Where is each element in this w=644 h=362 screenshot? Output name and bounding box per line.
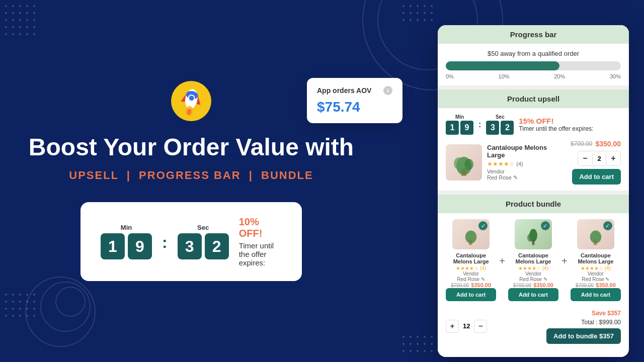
progress-bar-fill (446, 61, 559, 70)
bundle-plus-2: + (561, 255, 568, 267)
bundle-qty-row: + 12 − (446, 320, 487, 333)
svg-point-13 (465, 230, 476, 243)
svg-point-11 (464, 159, 473, 170)
bundle-price-orig-1: $700.00 (451, 283, 469, 288)
bundle-item-2: ✓ Cantaloupe Melons Large ★★★★☆ (4) Vend… (508, 219, 558, 303)
add-to-bundle-button[interactable]: Add to bundle $357 (546, 328, 621, 344)
upsell-sec-label: Sec (496, 114, 505, 120)
upsell-colon: : (478, 120, 481, 129)
progress-label-20: 20% (554, 73, 565, 79)
bundle-thumb-2: ✓ (515, 219, 552, 249)
aov-title: App orders AOV (317, 86, 371, 95)
subtitle-upsell: UPSELL (69, 169, 118, 182)
bundle-thumb-1: ✓ (452, 219, 490, 249)
quantity-control: − 2 + (578, 151, 621, 166)
bundle-product-name-2: Cantaloupe Melons Large (508, 252, 558, 264)
right-panel: Progress bar $50 away from a qualified o… (438, 25, 629, 357)
progress-label-0: 0% (446, 73, 454, 79)
main-title: Boost Your Order Value with (29, 133, 354, 161)
bundle-stars-3: ★★★★☆ (4) (581, 265, 611, 271)
upsell-section: Min 1 9 : Sec 3 2 15% OFF! Timer until t… (438, 108, 629, 191)
svg-point-10 (454, 157, 464, 169)
bundle-price-orig-3: $700.00 (576, 283, 594, 288)
star-count: (4) (516, 161, 523, 167)
bundle-vendor-name-1: Red Rose ✎ (457, 277, 485, 282)
upsell-min-group: Min 1 9 (446, 114, 473, 135)
sec-group: Sec 3 2 (178, 224, 229, 259)
subtitle: UPSELL | PROGRESS BAR | BUNDLE (69, 169, 313, 182)
add-to-cart-button[interactable]: Add to cart (572, 169, 621, 185)
bundle-price-row-2: $700.00 $350.00 (513, 282, 553, 288)
bundle-plus-1: + (499, 255, 505, 267)
upsell-sec-2: 2 (501, 121, 514, 135)
bundle-products: ✓ Cantaloupe Melons Large ★★★★☆ (4) Vend… (446, 219, 621, 303)
left-timer-card: Min 1 9 : Sec 3 2 10% OFF! Timer until t… (80, 202, 302, 281)
bundle-vendor-label-1: Vendor (463, 271, 479, 277)
svg-point-16 (527, 234, 534, 242)
bundle-check-1: ✓ (478, 221, 488, 230)
upsell-discount-info: 15% OFF! Timer until the offer expires: (519, 117, 593, 132)
aov-card: App orders AOV i $75.74 (307, 78, 403, 123)
bundle-stars-1: ★★★★☆ (4) (456, 265, 486, 271)
product-thumbnail (446, 144, 482, 180)
bundle-price-orig-2: $700.00 (513, 283, 531, 288)
bundle-qty-increase-button[interactable]: + (446, 320, 459, 333)
bundle-item-3: ✓ Cantaloupe Melons Large ★★★★☆ (4) Vend… (571, 219, 621, 303)
info-icon[interactable]: i (383, 86, 392, 95)
upsell-min-2: 9 (460, 121, 473, 135)
min-digits: 1 9 (101, 233, 152, 259)
product-stars: ★★★★☆ (4) (487, 160, 566, 167)
sec-digits: 3 2 (178, 233, 229, 259)
upsell-min-label: Min (455, 114, 464, 120)
bundle-save-text: Save $357 (592, 310, 621, 317)
aov-value: $75.74 (317, 99, 392, 115)
bundle-add-btn-3[interactable]: Add to cart (571, 288, 621, 301)
qty-decrease-button[interactable]: − (578, 151, 592, 165)
bundle-vendor-label-2: Vendor (525, 271, 541, 277)
qty-value: 2 (592, 153, 606, 164)
vendor-name: Red Rose ✎ (487, 174, 566, 181)
min-label: Min (121, 224, 132, 231)
aov-header: App orders AOV i (317, 86, 392, 95)
bundle-item-1: ✓ Cantaloupe Melons Large ★★★★☆ (4) Vend… (446, 219, 496, 303)
bundle-vendor-name-3: Red Rose ✎ (582, 277, 609, 282)
upsell-sec-1: 3 (486, 121, 499, 135)
subtitle-bundle: BUNDLE (261, 169, 313, 182)
sec-digit-2: 2 (205, 233, 229, 259)
progress-bar-header: Progress bar (438, 25, 629, 44)
qty-increase-button[interactable]: + (606, 151, 620, 165)
bundle-qty-decrease-button[interactable]: − (474, 320, 487, 333)
timer-colon: : (162, 231, 168, 252)
progress-bar-section: $50 away from a qualified order 0% 10% 2… (438, 44, 629, 85)
bundle-section: ✓ Cantaloupe Melons Large ★★★★☆ (4) Vend… (438, 213, 629, 357)
rocket-icon (171, 81, 211, 121)
progress-bar-container (446, 61, 621, 70)
upsell-discount-desc: Timer until the offer expires: (519, 125, 593, 132)
bundle-price-sale-2: $350.00 (533, 282, 553, 288)
bundle-price-sale-3: $350.00 (596, 282, 616, 288)
timer-info: 10% OFF! Timer until the offer expires: (239, 216, 282, 267)
min-digit-2: 9 (128, 233, 152, 259)
bundle-price-row-1: $700.00 $350.00 (451, 282, 491, 288)
bundle-add-btn-1[interactable]: Add to cart (446, 288, 496, 301)
bundle-product-name-1: Cantaloupe Melons Large (446, 252, 496, 264)
bundle-vendor-label-3: Vendor (588, 271, 604, 277)
sec-digit-1: 3 (178, 233, 202, 259)
vendor-label: Vendor (487, 168, 566, 174)
bundle-vendor-name-2: Red Rose ✎ (519, 277, 547, 282)
progress-text: $50 away from a qualified order (446, 50, 621, 57)
bundle-add-btn-2[interactable]: Add to cart (508, 288, 558, 301)
bundle-product-name-3: Cantaloupe Melons Large (571, 252, 621, 264)
upsell-timer-row: Min 1 9 : Sec 3 2 15% OFF! Timer until t… (446, 114, 621, 135)
bundle-check-3: ✓ (603, 221, 612, 230)
left-panel: Boost Your Order Value with UPSELL | PRO… (0, 0, 382, 362)
upsell-sec-group: Sec 3 2 (486, 114, 514, 135)
bundle-price-row-3: $700.00 $350.00 (576, 282, 616, 288)
section-sep-1 (438, 85, 629, 89)
bundle-price-sale-1: $350.00 (471, 282, 491, 288)
product-upsell-header: Product upsell (438, 89, 629, 108)
sec-label: Sec (197, 224, 209, 231)
bundle-check-2: ✓ (541, 221, 550, 230)
product-bundle-header: Product bundle (438, 195, 629, 213)
left-timer-discount: 10% OFF! (239, 216, 282, 239)
